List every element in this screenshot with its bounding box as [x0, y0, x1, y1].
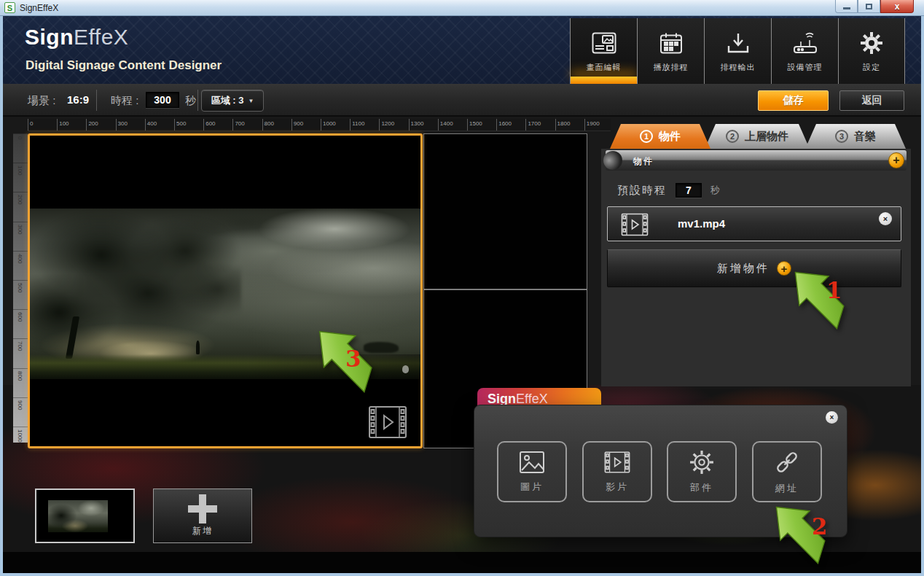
nav-label: 排程輸出 [721, 62, 756, 73]
tab-label: 上層物件 [745, 130, 788, 144]
duration-label: 時程 : [111, 94, 138, 108]
default-duration-label: 預設時程 [617, 184, 667, 198]
active-indicator [571, 77, 637, 84]
main-nav: 畫面編輯 播放排程 [570, 18, 905, 84]
add-scene-label: 新增 [192, 525, 213, 537]
app-tagline: Digital Signage Content Designer [26, 58, 222, 73]
section-orb-decoration [603, 151, 622, 170]
add-icon[interactable]: + [888, 152, 904, 168]
add-object-label: 新增物件 [717, 262, 770, 276]
nav-device-manage[interactable]: 設備管理 [771, 18, 838, 84]
back-button[interactable]: 返回 [839, 90, 904, 111]
image-icon [519, 451, 545, 474]
vertical-ruler: 01002003004005006007008009001000 [13, 133, 28, 443]
tab-label: 物件 [659, 130, 681, 144]
plus-icon: + [777, 261, 791, 276]
remove-object-button[interactable]: × [879, 212, 892, 225]
button-label: 影片 [606, 480, 629, 494]
nav-label: 設定 [863, 62, 880, 73]
nav-label: 播放排程 [654, 62, 689, 73]
minimize-icon [843, 7, 850, 9]
tab-label: 音樂 [854, 130, 876, 144]
button-label: 網址 [775, 482, 799, 495]
title-bar: S SignEffeX x [0, 0, 924, 16]
main-area: 0100200300400500600700800900100011001200… [3, 117, 921, 573]
dialog-close-button[interactable]: × [826, 411, 838, 424]
nav-label: 設備管理 [788, 62, 823, 73]
logo-bold: Sign [25, 25, 74, 49]
scene-thumbnail-1[interactable] [35, 489, 135, 543]
url-icon [774, 449, 800, 475]
divider [96, 90, 97, 111]
add-image-button[interactable]: 圖片 [497, 441, 567, 502]
video-type-icon [368, 405, 407, 439]
minimize-button[interactable] [835, 0, 858, 13]
add-scene-button[interactable]: 新增 [153, 489, 252, 543]
save-button[interactable]: 儲存 [758, 90, 829, 111]
close-icon: x [895, 1, 900, 12]
screen-edit-icon [592, 30, 616, 56]
canvas-region-2[interactable] [423, 133, 587, 289]
tab-music[interactable]: 3 音樂 [805, 124, 906, 149]
export-icon [727, 30, 750, 56]
horizontal-ruler: 0100200300400500600700800900100011001200… [28, 119, 611, 131]
annotation-step-number: 1 [826, 277, 842, 303]
app-logo: SignEffeX [25, 25, 128, 50]
panel-section-header: 物件 + [606, 150, 907, 171]
annotation-step-number: 2 [812, 513, 828, 540]
scene-label: 場景 : [28, 94, 55, 108]
button-label: 部件 [690, 481, 713, 494]
annotation-arrow-2: 2 [781, 494, 861, 573]
device-manage-icon [792, 30, 818, 56]
maximize-button[interactable] [858, 0, 880, 13]
application-window: S SignEffeX x SignEffeX Digital Signage … [0, 0, 924, 576]
chevron-down-icon: ▼ [248, 98, 254, 104]
schedule-icon [659, 30, 683, 56]
person-silhouette [196, 340, 200, 354]
app-icon: S [4, 2, 15, 13]
tree-silhouette [30, 209, 241, 379]
nav-play-schedule[interactable]: 播放排程 [637, 18, 704, 84]
add-video-button[interactable]: 影片 [582, 441, 652, 502]
maximize-icon [866, 4, 872, 9]
default-duration-input[interactable] [676, 183, 702, 198]
tab-objects[interactable]: 1 物件 [610, 124, 710, 149]
annotation-arrow-3: 3 [325, 318, 405, 405]
tab-number-badge: 2 [726, 130, 739, 143]
window-controls: x [835, 0, 914, 13]
nav-settings[interactable]: 設定 [838, 18, 905, 84]
app-header: SignEffeX Digital Signage Content Design… [3, 16, 921, 84]
default-duration-unit: 秒 [710, 184, 720, 197]
nav-screen-edit[interactable]: 畫面編輯 [570, 18, 637, 84]
video-icon [604, 451, 630, 474]
region-dropdown-label: 區域 : 3 [211, 94, 244, 107]
sub-toolbar: 場景 : 16:9 時程 : 秒 區域 : 3 ▼ 儲存 返回 [3, 84, 921, 117]
tab-upper-objects[interactable]: 2 上層物件 [705, 124, 810, 149]
add-widget-button[interactable]: 部件 [667, 441, 737, 502]
region-dropdown[interactable]: 區域 : 3 ▼ [201, 90, 264, 112]
divider [197, 90, 198, 111]
video-file-icon [621, 213, 649, 236]
close-button[interactable]: x [880, 0, 914, 13]
duration-input[interactable] [146, 92, 179, 108]
plus-icon [186, 494, 219, 524]
tab-number-badge: 3 [835, 130, 848, 143]
app-frame: SignEffeX Digital Signage Content Design… [0, 16, 924, 576]
default-duration-row: 預設時程 秒 [617, 182, 720, 198]
tab-number-badge: 1 [640, 130, 653, 143]
annotation-arrow-1: 1 [800, 260, 880, 347]
window-title: SignEffeX [20, 3, 58, 13]
annotation-step-number: 3 [345, 346, 361, 372]
logo-light: EffeX [74, 25, 128, 49]
widget-icon [689, 450, 714, 475]
settings-icon [860, 30, 883, 56]
button-label: 圖片 [520, 480, 544, 494]
scene-thumbnail-preview [48, 500, 108, 532]
duration-unit: 秒 [185, 94, 196, 108]
section-title: 物件 [633, 155, 654, 168]
nav-schedule-export[interactable]: 排程輸出 [704, 18, 771, 84]
scene-value: 16:9 [67, 93, 89, 106]
object-file-name: mv1.mp4 [678, 217, 725, 230]
object-list-item[interactable]: mv1.mp4 × [607, 206, 901, 241]
nav-label: 畫面編輯 [587, 62, 622, 73]
